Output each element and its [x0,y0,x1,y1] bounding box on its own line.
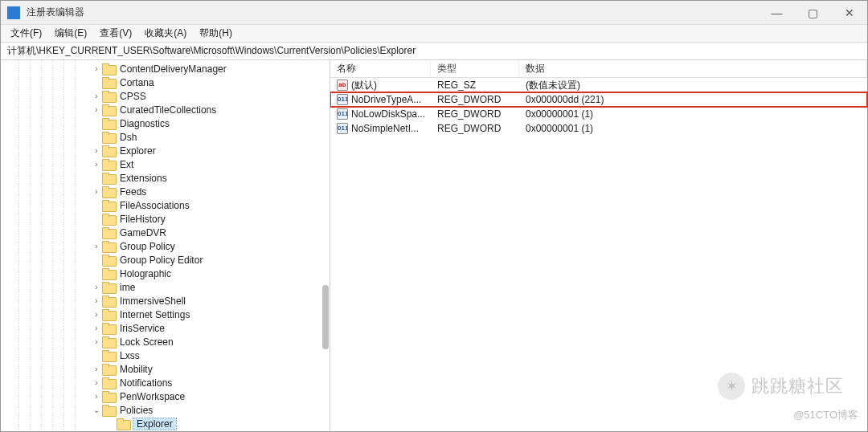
tree-node-label: Diagnostics [118,118,171,129]
value-name: NoSimpleNetI... [351,123,419,134]
content-area: ›ContentDeliveryManagerCortana›CPSS›Cura… [1,60,867,431]
menubar: 文件(F) 编辑(E) 查看(V) 收藏夹(A) 帮助(H) [1,25,867,43]
value-name: NoLowDiskSpa... [351,108,425,120]
value-type: REG_DWORD [431,94,519,105]
tree-node[interactable]: ›ImmersiveShell [1,294,330,308]
maximize-button[interactable]: ▢ [795,1,831,24]
tree-node[interactable]: ›Mobility [1,362,330,376]
tree-node[interactable]: ⌄Policies [1,403,330,417]
tree-node[interactable]: ›Ext [1,157,330,171]
tree-node[interactable]: ›Notifications [1,376,330,389]
address-path: 计算机\HKEY_CURRENT_USER\Software\Microsoft… [7,44,416,58]
tree-node-label: ime [118,282,137,293]
menu-favorites[interactable]: 收藏夹(A) [138,25,193,42]
tree-node[interactable]: ›CuratedTileCollections [1,103,330,116]
tree-node-label: Lock Screen [118,336,175,348]
folder-icon [102,268,115,279]
close-button[interactable]: ✕ [831,1,867,24]
folder-icon [102,186,115,197]
tree-node-label: Dsh [118,132,138,143]
list-header[interactable]: 名称 类型 数据 [330,60,867,78]
header-data[interactable]: 数据 [519,60,867,77]
tree-pane[interactable]: ›ContentDeliveryManagerCortana›CPSS›Cura… [1,60,330,431]
window-controls: — ▢ ✕ [759,1,867,24]
tree-node-label: Cortana [118,77,156,88]
tree-twisty-icon[interactable]: › [91,324,102,332]
tree-twisty-icon[interactable]: › [91,242,102,251]
tree-twisty-icon[interactable]: › [91,105,102,114]
tree-scrollbar-thumb[interactable] [322,285,329,349]
tree-node-label: PenWorkspace [118,391,186,402]
tree-node[interactable]: GameDVR [1,226,330,239]
tree-node[interactable]: ›CPSS [1,89,330,103]
tree-node[interactable]: ›Feeds [1,185,330,198]
tree-node[interactable]: ›Group Policy [1,239,330,253]
tree-node[interactable]: Cortana [1,75,330,89]
tree-node[interactable]: Extensions [1,171,330,185]
tree-node[interactable]: Lxss [1,348,330,362]
tree-node[interactable]: ›ContentDeliveryManager [1,62,330,75]
folder-icon [102,255,115,265]
menu-view[interactable]: 查看(V) [93,25,138,42]
value-type: REG_DWORD [431,108,519,120]
value-row[interactable]: 011NoDriveTypeA...REG_DWORD0x000000dd (2… [330,92,867,107]
tree-twisty-icon[interactable]: › [91,392,102,401]
titlebar[interactable]: 注册表编辑器 — ▢ ✕ [1,1,867,25]
folder-icon [117,418,129,429]
dword-value-icon: 011 [337,94,348,105]
menu-edit[interactable]: 编辑(E) [48,25,93,42]
value-row[interactable]: ab(默认)REG_SZ(数值未设置) [330,78,867,92]
value-row[interactable]: 011NoLowDiskSpa...REG_DWORD0x00000001 (1… [330,107,867,121]
tree-node[interactable]: ›PenWorkspace [1,389,330,403]
tree-node[interactable]: Group Policy Editor [1,253,330,267]
tree-twisty-icon[interactable]: › [91,92,102,100]
list-rows: ab(默认)REG_SZ(数值未设置)011NoDriveTypeA...REG… [330,78,867,431]
tree-node[interactable]: Dsh [1,130,330,144]
header-name[interactable]: 名称 [330,60,431,77]
tree-node[interactable]: ›PrecisionTouchPad [1,430,330,431]
tree-node[interactable]: ›Lock Screen [1,335,330,348]
folder-icon [102,200,115,210]
tree-twisty-icon[interactable]: ⌄ [91,406,102,414]
value-name-cell: ab(默认) [330,79,431,92]
tree-twisty-icon[interactable]: › [91,187,102,196]
minimize-button[interactable]: — [759,1,795,24]
value-data: 0x000000dd (221) [519,94,867,105]
string-value-icon: ab [337,79,348,91]
tree-node[interactable]: ›Internet Settings [1,308,330,321]
tree-twisty-icon[interactable]: › [91,378,102,387]
tree-twisty-icon[interactable]: › [91,160,102,169]
folder-icon [102,227,115,238]
value-row[interactable]: 011NoSimpleNetI...REG_DWORD0x00000001 (1… [330,121,867,136]
tree-twisty-icon[interactable]: › [91,337,102,346]
folder-icon [102,104,115,115]
menu-help[interactable]: 帮助(H) [193,25,239,42]
tree-node[interactable]: FileHistory [1,212,330,226]
tree-node-label: GameDVR [118,227,168,238]
tree-node[interactable]: Holographic [1,267,330,280]
value-data: (数值未设置) [519,79,867,92]
folder-icon [102,145,115,156]
tree-node[interactable]: ›IrisService [1,321,330,335]
addressbar[interactable]: 计算机\HKEY_CURRENT_USER\Software\Microsoft… [1,43,867,60]
tree-node-label: Extensions [118,173,169,184]
tree-node[interactable]: Explorer [1,417,330,430]
tree-twisty-icon[interactable]: › [91,64,102,73]
tree-node[interactable]: ›ime [1,280,330,294]
value-name-cell: 011NoLowDiskSpa... [330,108,431,120]
value-type: REG_SZ [431,79,519,91]
dword-value-icon: 011 [337,108,348,120]
tree-twisty-icon[interactable]: › [91,296,102,305]
tree-node[interactable]: FileAssociations [1,198,330,212]
menu-file[interactable]: 文件(F) [4,25,48,42]
tree-node[interactable]: Diagnostics [1,116,330,130]
tree-twisty-icon[interactable]: › [91,283,102,291]
tree-node-label: IrisService [118,323,166,334]
header-type[interactable]: 类型 [431,60,519,77]
folder-icon [102,132,115,142]
tree-twisty-icon[interactable]: › [91,365,102,373]
tree-twisty-icon[interactable]: › [91,146,102,155]
tree-twisty-icon[interactable]: › [91,310,102,319]
folder-icon [102,63,115,74]
tree-node[interactable]: ›Explorer [1,144,330,157]
